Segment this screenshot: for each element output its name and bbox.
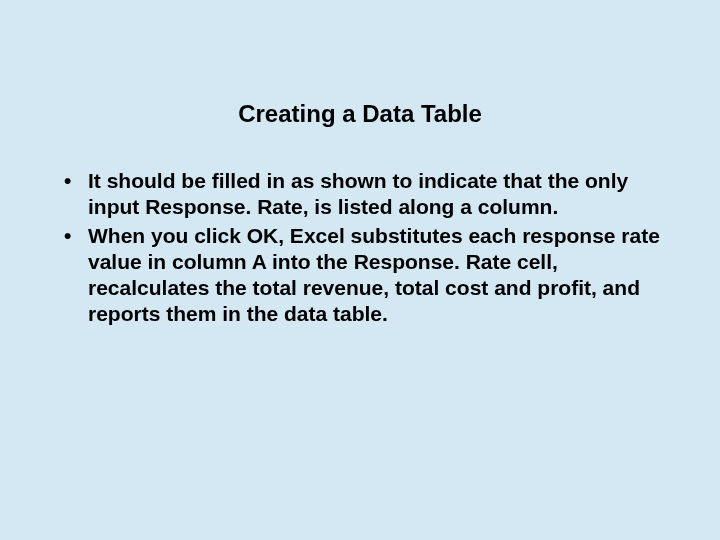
bullet-marker-icon: • — [58, 168, 88, 221]
bullet-text: When you click OK, Excel substitutes eac… — [88, 223, 660, 328]
bullet-text: It should be filled in as shown to indic… — [88, 168, 660, 221]
bullet-list: • It should be filled in as shown to ind… — [58, 168, 660, 328]
slide-title: Creating a Data Table — [0, 100, 720, 128]
list-item: • When you click OK, Excel substitutes e… — [58, 223, 660, 328]
slide-content: • It should be filled in as shown to ind… — [0, 168, 720, 328]
slide-container: Creating a Data Table • It should be fil… — [0, 100, 720, 540]
list-item: • It should be filled in as shown to ind… — [58, 168, 660, 221]
bullet-marker-icon: • — [58, 223, 88, 328]
